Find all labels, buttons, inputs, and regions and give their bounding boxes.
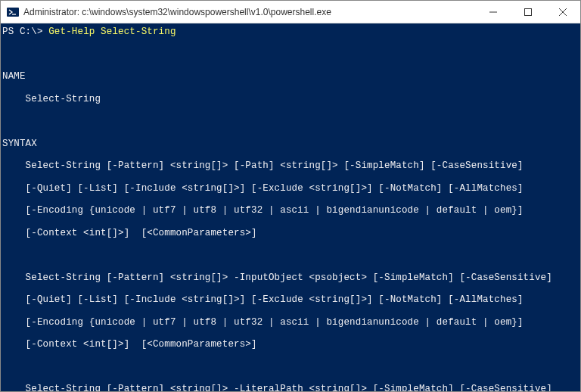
syntax-header: SYNTAX: [2, 138, 576, 150]
prompt: PS C:\>: [2, 26, 48, 37]
name-header: NAME: [2, 71, 576, 82]
name-body: Select-String: [2, 94, 576, 105]
window-title: Administrator: c:\windows\system32\windo…: [23, 7, 476, 17]
syntax1-l3: [-Encoding {unicode | utf7 | utf8 | utf3…: [2, 205, 576, 216]
powershell-window: Administrator: c:\windows\system32\windo…: [0, 0, 581, 392]
syntax2-l1: Select-String [-Pattern] <string[]> -Inp…: [2, 272, 576, 284]
svg-rect-3: [525, 8, 532, 15]
minimize-button[interactable]: [476, 1, 511, 23]
syntax3-l1: Select-String [-Pattern] <string[]> -Lit…: [2, 384, 576, 391]
terminal-body[interactable]: PS C:\> Get-Help Select-String NAME Sele…: [1, 23, 580, 391]
window-controls: [476, 1, 580, 23]
cmd-gethelp: Get-Help: [48, 26, 101, 37]
syntax1-l4: [-Context <int[]>] [<CommonParameters>]: [2, 228, 576, 239]
syntax2-l3: [-Encoding {unicode | utf7 | utf8 | utf3…: [2, 317, 576, 328]
close-button[interactable]: [545, 1, 580, 23]
maximize-button[interactable]: [511, 1, 545, 23]
syntax1-l1: Select-String [-Pattern] <string[]> [-Pa…: [2, 160, 576, 172]
title-bar[interactable]: Administrator: c:\windows\system32\windo…: [1, 1, 580, 23]
cmd-arg: Select-String: [101, 26, 176, 37]
syntax2-l4: [-Context <int[]>] [<CommonParameters>]: [2, 339, 576, 350]
syntax2-l2: [-Quiet] [-List] [-Include <string[]>] […: [2, 294, 576, 306]
powershell-icon: [7, 6, 19, 18]
syntax1-l2: [-Quiet] [-List] [-Include <string[]>] […: [2, 183, 576, 194]
